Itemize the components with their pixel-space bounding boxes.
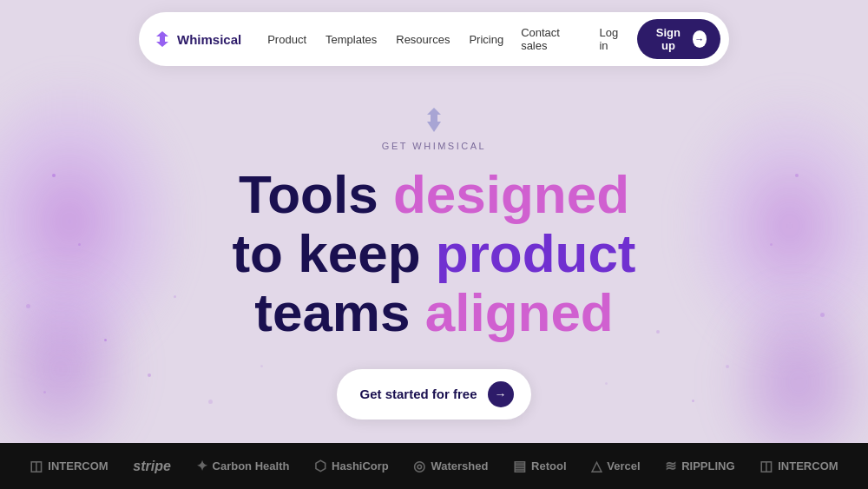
- nav-links: Product Templates Resources Pricing: [259, 28, 512, 51]
- login-button[interactable]: Log in: [590, 21, 634, 57]
- nav-resources[interactable]: Resources: [387, 28, 458, 51]
- logo[interactable]: Whimsical: [153, 30, 241, 49]
- hashicorp-label: HashiCorp: [332, 459, 389, 472]
- navbar: Whimsical Product Templates Resources Pr…: [139, 12, 729, 66]
- badge-icon: [418, 104, 450, 135]
- company-watershed: ◎ Watershed: [413, 458, 488, 474]
- intercom-1-label: INTERCOM: [48, 459, 108, 472]
- company-intercom-1: ◫ INTERCOM: [30, 458, 108, 474]
- company-intercom-2: ◫ INTERCOM: [760, 458, 838, 474]
- company-rippling: ≋ RIPPLING: [665, 458, 734, 474]
- title-tools: Tools: [239, 164, 393, 224]
- hero-content: GET WHIMSICAL Tools designed to keep pro…: [130, 104, 738, 420]
- retool-label: Retool: [531, 459, 566, 472]
- vercel-label: Vercel: [607, 459, 640, 472]
- signup-arrow-icon: →: [693, 30, 707, 48]
- hero-title: Tools designed to keep product teams ali…: [130, 165, 738, 343]
- rippling-label: RIPPLING: [681, 459, 734, 472]
- carbon-health-label: Carbon Health: [213, 459, 290, 472]
- stripe-label: stripe: [133, 459, 171, 474]
- company-hashicorp: ⬡ HashiCorp: [314, 458, 389, 474]
- nav-templates[interactable]: Templates: [317, 28, 385, 51]
- rippling-icon: ≋: [665, 458, 676, 474]
- nav-right: Contact sales Log in Sign up →: [512, 19, 720, 59]
- intercom-2-icon: ◫: [760, 458, 773, 474]
- watershed-label: Watershed: [431, 459, 488, 472]
- contact-sales-link[interactable]: Contact sales: [512, 21, 587, 57]
- vercel-icon: △: [591, 458, 602, 474]
- signup-button[interactable]: Sign up →: [637, 19, 720, 59]
- hashicorp-icon: ⬡: [314, 458, 326, 474]
- get-started-button[interactable]: Get started for free →: [337, 369, 530, 420]
- badge: GET WHIMSICAL: [130, 104, 738, 151]
- watershed-icon: ◎: [413, 458, 425, 474]
- title-product: product: [436, 223, 636, 283]
- logo-text: Whimsical: [177, 32, 241, 47]
- title-teams: teams: [254, 282, 424, 342]
- cta-arrow-icon: →: [488, 381, 514, 407]
- nav-pricing[interactable]: Pricing: [460, 28, 512, 51]
- signup-label: Sign up: [651, 26, 685, 52]
- company-carbon-health: ✦ Carbon Health: [196, 458, 290, 474]
- title-aligned: aligned: [425, 282, 614, 342]
- cta-label: Get started for free: [359, 387, 477, 401]
- company-retool: ▤ Retool: [513, 458, 566, 474]
- intercom-2-label: INTERCOM: [778, 459, 838, 472]
- logo-bar: ◫ INTERCOM stripe ✦ Carbon Health ⬡ Hash…: [0, 443, 868, 489]
- company-stripe: stripe: [133, 459, 171, 474]
- company-vercel: △ Vercel: [591, 458, 640, 474]
- nav-product[interactable]: Product: [259, 28, 315, 51]
- intercom-icon: ◫: [30, 458, 43, 474]
- whimsical-logo-icon: [153, 30, 172, 49]
- title-designed: designed: [393, 164, 629, 224]
- carbon-health-icon: ✦: [196, 458, 207, 474]
- retool-icon: ▤: [513, 458, 526, 474]
- badge-label: GET WHIMSICAL: [382, 141, 486, 151]
- title-to-keep: to keep: [232, 223, 435, 283]
